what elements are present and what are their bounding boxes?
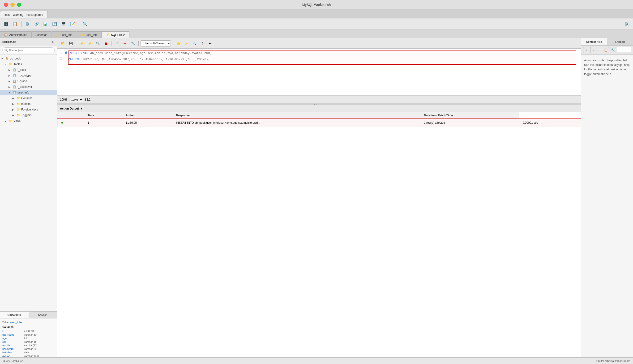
row-action: INSERT INTO db_book.user_info(userName,a…: [172, 119, 420, 127]
manage-server-btn[interactable]: ⚙️: [24, 20, 32, 28]
workbench-btn[interactable]: 🖥️: [60, 20, 67, 28]
tables-label: Tables: [14, 62, 22, 66]
invisible-chars-btn[interactable]: ¶: [199, 40, 206, 47]
script-btn[interactable]: 📝: [69, 20, 76, 28]
col-birthday: birthday date: [2, 351, 55, 354]
tree-item-user-info[interactable]: ▼ 📋 user_info: [0, 90, 57, 95]
explain-btn[interactable]: 🔍: [94, 40, 101, 47]
tree-item-t-book[interactable]: ▶ 📋 t_book: [0, 67, 57, 73]
columns-label: Columns: [21, 96, 32, 100]
tab-context-help[interactable]: Context Help: [581, 38, 607, 45]
tab-object-info[interactable]: Object Info: [0, 312, 29, 318]
output-table: Time Action Response Duration / Fetch Ti…: [57, 112, 581, 127]
save-file-btn[interactable]: 💾: [67, 40, 74, 47]
zoom-bar: 100% 100% 82:2: [57, 96, 581, 104]
action-output-label: Action Output: [60, 107, 79, 110]
tab-session[interactable]: Session: [29, 312, 57, 318]
tab-schemas[interactable]: Schemas: [32, 32, 51, 38]
commit-btn[interactable]: ✓: [113, 40, 121, 47]
tab-user-info-1[interactable]: ⚡ user_info: [52, 32, 76, 38]
tree-item-triggers[interactable]: ▶ 📁 Triggers: [0, 112, 57, 118]
sidebar-header: SCHEMAS ↻: [0, 38, 57, 46]
maximize-button[interactable]: [17, 2, 21, 7]
output-row-1[interactable]: ● 1 11:56:05 INSERT INTO db_book.user_in…: [57, 119, 581, 127]
user-info-label: user_info: [18, 91, 29, 94]
inspector-btn[interactable]: 🔍: [81, 20, 89, 28]
db-book-label: db_book: [10, 57, 21, 60]
help-action-btn-1[interactable]: 📋: [603, 47, 609, 53]
tree-item-columns[interactable]: ▶ 📁 Columns: [0, 95, 57, 101]
performance-btn[interactable]: 📊: [42, 20, 49, 28]
right-panel-content: Automatic context help is disabled. Use …: [581, 54, 633, 80]
toggle-t-booktype: ▶: [9, 74, 12, 77]
sql-code-1: INSERT INTO db_book.user_info(userName,a…: [68, 52, 581, 55]
toggle-triggers: ▶: [12, 114, 16, 116]
close-button[interactable]: [4, 2, 8, 7]
tree-item-t-pricelevel[interactable]: ▶ 📋 t_pricelevel: [0, 84, 57, 90]
search-replace-btn[interactable]: 🔍: [191, 40, 198, 47]
manage-connections-btn[interactable]: 🔗: [33, 20, 40, 28]
beautify-btn[interactable]: ✨: [183, 40, 190, 47]
zoom-select[interactable]: 100%: [69, 97, 83, 102]
row-time: 11:56:05: [122, 119, 172, 127]
new-schema-btn[interactable]: 🗄️: [2, 20, 10, 28]
tree-item-foreign-keys[interactable]: ▶ 📁 Foreign Keys: [0, 107, 57, 112]
row-duration: 0.00091 sec: [519, 119, 581, 127]
help-action-btn-2[interactable]: 🔧: [610, 47, 616, 53]
tree-item-tables[interactable]: ▼ 📁 Tables: [0, 61, 57, 67]
tree-item-db-book[interactable]: ▼ 🗄 db_book: [0, 56, 57, 61]
limit-select[interactable]: Limit to 1000 rows: [141, 40, 171, 46]
wrap-btn[interactable]: ↵: [207, 40, 214, 47]
t-booktype-icon: 📋: [12, 74, 17, 78]
tree-item-views[interactable]: ▶ 📁 Views: [0, 118, 57, 124]
bookmark-btn[interactable]: ⭐: [175, 40, 182, 47]
main-toolbar: 🗄️ 📋 ⚙️ 🔗 📊 🔄 🖥️ 📝 🔍 ⚙️: [0, 18, 633, 30]
toggle-user-info: ▼: [9, 91, 12, 94]
nav-forward-btn[interactable]: ›: [590, 47, 596, 53]
row-response: 1 row(s) affected: [420, 119, 519, 127]
execution-dot: [65, 52, 67, 54]
success-icon: ●: [61, 121, 63, 125]
filter-input[interactable]: [2, 48, 55, 53]
tree-item-t-grade[interactable]: ▶ 📋 t_grade: [0, 78, 57, 84]
toggle-t-book: ▶: [9, 69, 12, 71]
foreign-keys-label: Foreign Keys: [21, 108, 38, 111]
rollback-btn[interactable]: ↩: [121, 40, 129, 47]
window-tabs: local - Warning - not supported: [0, 10, 633, 18]
preferences-btn[interactable]: ⚙️: [623, 20, 631, 28]
columns-folder-icon: 📁: [16, 96, 20, 100]
migration-btn[interactable]: 🔄: [51, 20, 58, 28]
zoom-level: 100%: [60, 98, 67, 101]
main-tabs: 🏠 Administration Schemas ⚡ user_info ⚡ u…: [0, 30, 633, 38]
cursor-position: 82:2: [85, 98, 91, 101]
sidebar-refresh-icon[interactable]: ↻: [52, 40, 55, 44]
tab-administration[interactable]: 🏠 Administration: [0, 32, 31, 38]
toggle-t-pricelevel: ▶: [9, 86, 12, 88]
open-file-btn[interactable]: 📂: [59, 40, 66, 47]
window-tab-local[interactable]: local - Warning - not supported: [0, 11, 48, 18]
views-folder-icon: 📁: [9, 119, 13, 123]
tab-user-info-2-label: user_info: [86, 33, 97, 36]
nav-back-btn[interactable]: ‹: [583, 47, 589, 53]
sql-editor[interactable]: 1 INSERT INTO db_book.user_info(userName…: [57, 49, 581, 96]
tab-user-info-2[interactable]: ⚡ user_info: [77, 32, 101, 38]
object-info-tabs: Object Info Session: [0, 312, 57, 318]
line-num-1: 1: [57, 52, 64, 55]
inspect-btn[interactable]: 📋: [11, 20, 19, 28]
execute-current-btn[interactable]: ⚡: [86, 40, 93, 47]
toggle-autocommit-btn[interactable]: 🔧: [130, 40, 137, 47]
tree-item-t-booktype[interactable]: ▶ 📋 t_booktype: [0, 73, 57, 78]
tree-item-indexes[interactable]: ▶ 📁 Indexes: [0, 101, 57, 107]
execute-btn[interactable]: ⚡: [78, 40, 85, 47]
minimize-button[interactable]: [11, 2, 15, 7]
right-panel-nav: ‹ ›: [583, 47, 596, 53]
stop-btn[interactable]: ⏹: [102, 40, 109, 47]
tab-sql-file[interactable]: ⚡ SQL File 7*: [102, 32, 130, 38]
t-book-icon: 📋: [12, 68, 17, 72]
line-indicator-1: [64, 52, 68, 54]
tab-snippets[interactable]: Snippets: [607, 38, 633, 45]
output-table-header: Time Action Response Duration / Fetch Ti…: [57, 112, 581, 119]
help-search-input[interactable]: [617, 47, 631, 52]
action-output-dropdown-icon[interactable]: ▾: [81, 107, 82, 110]
titlebar: MySQL Workbench: [0, 0, 633, 10]
